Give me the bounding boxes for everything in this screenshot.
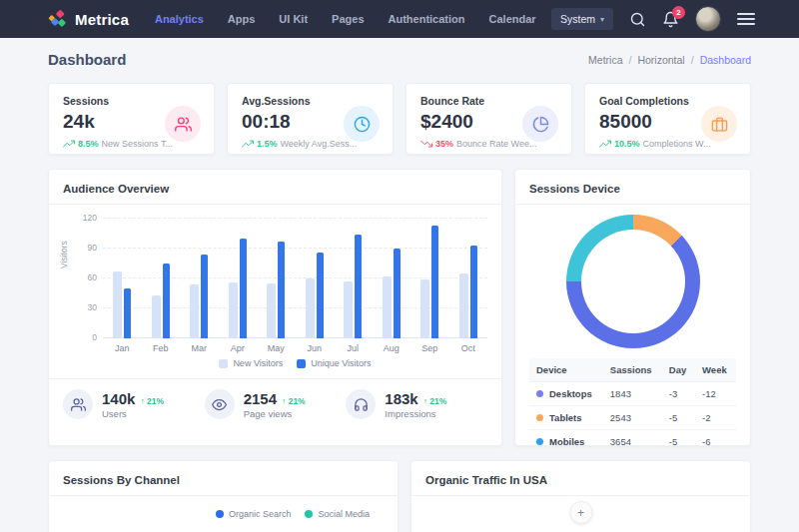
x-axis-tick-mar: Mar	[180, 343, 219, 353]
table-header-sassions: Sassions	[603, 358, 662, 382]
breadcrumb-separator: /	[691, 54, 694, 66]
device-week: -12	[695, 382, 736, 406]
search-icon[interactable]	[629, 11, 646, 28]
menu-icon[interactable]	[737, 13, 755, 25]
eye-icon	[212, 397, 227, 412]
stat-card-note-text: Weekly Avg.Sess...	[281, 139, 358, 149]
bar-group-jul	[334, 219, 373, 338]
breadcrumb-item-horizontal[interactable]: Horizontal	[637, 54, 684, 66]
device-name: Desktops	[549, 388, 592, 399]
x-axis-labels: JanFebMarAprMayJunJulAugSepOct	[103, 343, 487, 353]
map-zoom-in-button[interactable]: +	[569, 501, 592, 524]
trending-up-icon	[599, 138, 611, 150]
organic-traffic-usa-card: Organic Traffic In USA +	[410, 460, 751, 532]
users-icon	[175, 116, 192, 133]
top-navbar: Metrica AnalyticsAppsUI KitPagesAuthenti…	[0, 0, 799, 38]
system-dropdown[interactable]: System ▾	[551, 8, 613, 30]
audience-overview-title: Audience Overview	[63, 183, 487, 195]
channel-chart-legend: Organic SearchSocial Media	[63, 509, 370, 519]
sessions-device-donut-chart	[566, 215, 700, 348]
x-axis-tick-sep: Sep	[410, 343, 449, 353]
brand-logo[interactable]: Metrica	[48, 9, 129, 29]
divider	[515, 204, 750, 205]
footer-stat-value: 183k	[385, 390, 417, 407]
stat-card-note-text: Bounce Rate Wee...	[456, 139, 536, 149]
stat-card-note-text: Completions W...	[643, 139, 711, 149]
y-axis-tick: 120	[69, 213, 97, 223]
metrica-logo-icon	[48, 9, 68, 29]
breadcrumb-separator: /	[629, 54, 632, 66]
footer-stat-label: Users	[102, 408, 164, 419]
audience-bar-chart: Visitors 0306090120 JanFebMarAprMayJunJu…	[63, 219, 487, 368]
breadcrumb-item-metrica[interactable]: Metrica	[588, 54, 622, 66]
device-sassions: 3654	[603, 430, 662, 447]
bar-new-visitors-oct	[459, 273, 468, 338]
legend-label: New Visitors	[233, 358, 283, 368]
breadcrumb-item-dashboard: Dashboard	[700, 54, 751, 66]
legend-label: Organic Search	[229, 509, 292, 519]
audience-footer-stats: 140k↑ 21%Users2154↑ 21%Page views183k↑ 2…	[49, 378, 501, 419]
stat-card-percent: 10.5%	[614, 139, 640, 149]
x-axis-tick-may: May	[257, 343, 296, 353]
nav-item-analytics[interactable]: Analytics	[155, 13, 204, 25]
stat-icon-circle	[165, 106, 201, 142]
footer-stat-page-views: 2154↑ 21%Page views	[205, 389, 347, 419]
users-icon	[71, 397, 86, 412]
device-dot	[536, 390, 543, 397]
device-day: -5	[662, 430, 695, 447]
bar-series	[103, 219, 487, 338]
nav-item-apps[interactable]: Apps	[228, 13, 256, 25]
bar-unique-visitors-apr	[240, 239, 247, 338]
y-axis-tick: 90	[69, 243, 97, 253]
device-day: -3	[662, 382, 695, 406]
footer-stat-icon-circle	[63, 389, 93, 419]
x-axis-tick-jul: Jul	[334, 343, 373, 353]
stat-card-avg-sessions: Avg.Sessions00:181.5%Weekly Avg.Sess...	[227, 83, 394, 155]
bar-unique-visitors-mar	[201, 255, 208, 338]
bar-new-visitors-jun	[306, 278, 315, 338]
sessions-device-title: Sessions Device	[529, 183, 736, 195]
device-dot	[536, 438, 543, 445]
avatar[interactable]	[695, 6, 721, 32]
y-axis-label: Visitors	[59, 241, 69, 268]
bar-unique-visitors-jun	[317, 253, 324, 338]
bar-new-visitors-jul	[344, 281, 353, 338]
bar-new-visitors-jan	[113, 271, 122, 338]
page-header: Dashboard Metrica/Horizontal/Dashboard	[0, 38, 799, 79]
nav-item-ui-kit[interactable]: UI Kit	[279, 13, 308, 25]
nav-item-calendar[interactable]: Calendar	[489, 13, 536, 25]
table-row-desktops: Desktops1843-3-12	[529, 382, 736, 406]
legend-item-organic-search: Organic Search	[216, 509, 292, 519]
legend-label: Unique Visitors	[311, 358, 371, 368]
legend-label: Social Media	[318, 509, 370, 519]
footer-stat-icon-circle	[346, 389, 376, 419]
table-row-mobiles: Mobiles3654-5-6	[529, 430, 736, 447]
donut-hole	[581, 230, 685, 333]
footer-stat-percent: ↑ 21%	[282, 396, 306, 406]
nav-item-pages[interactable]: Pages	[332, 13, 364, 25]
divider	[49, 204, 501, 205]
y-axis-tick: 60	[69, 272, 97, 282]
footer-stat-icon-circle	[205, 389, 235, 419]
footer-stat-percent: ↑ 21%	[140, 396, 164, 406]
main-row: Audience Overview Visitors 0306090120 Ja…	[48, 169, 751, 446]
notifications-button[interactable]: 2	[662, 11, 679, 28]
bar-chart-legend: New VisitorsUnique Visitors	[103, 358, 487, 368]
clock-icon	[354, 116, 371, 133]
bar-unique-visitors-aug	[394, 249, 400, 338]
table-header-day: Day	[662, 358, 695, 382]
x-axis-tick-apr: Apr	[219, 343, 258, 353]
briefcase-icon	[711, 116, 728, 133]
organic-traffic-usa-title: Organic Traffic In USA	[425, 474, 736, 486]
nav-item-authentication[interactable]: Authentication	[389, 13, 465, 25]
bar-group-oct	[449, 219, 488, 338]
footer-stat-percent: ↑ 21%	[423, 396, 447, 406]
bar-group-aug	[373, 219, 411, 338]
bar-new-visitors-mar	[190, 284, 199, 338]
y-axis-tick: 0	[69, 332, 97, 342]
breadcrumb: Metrica/Horizontal/Dashboard	[588, 54, 751, 66]
trending-down-icon	[420, 138, 432, 150]
x-axis-tick-aug: Aug	[373, 343, 411, 353]
brand-name: Metrica	[75, 11, 129, 28]
bar-group-apr	[219, 219, 258, 338]
